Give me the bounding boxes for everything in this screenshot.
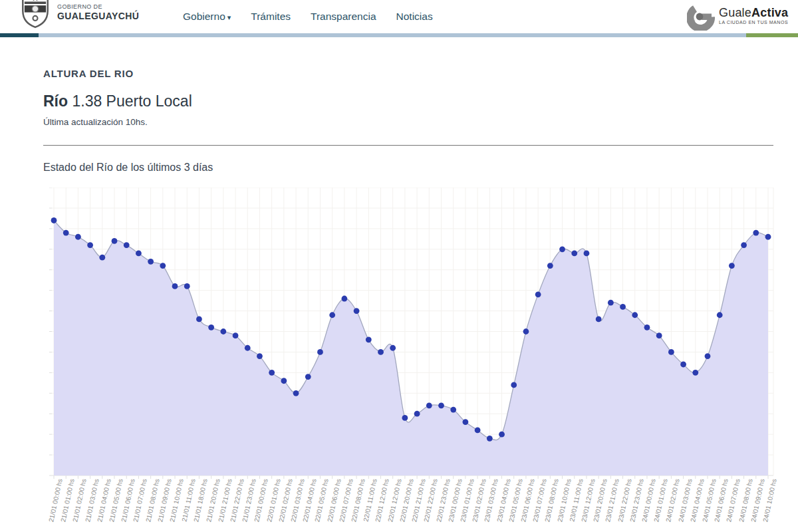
- data-point[interactable]: [245, 345, 251, 351]
- data-point[interactable]: [51, 217, 57, 223]
- data-point[interactable]: [717, 312, 723, 318]
- data-point[interactable]: [668, 349, 674, 355]
- data-point[interactable]: [208, 325, 214, 331]
- nav-item-noticias[interactable]: Noticias: [396, 11, 433, 23]
- data-point[interactable]: [87, 242, 93, 248]
- river-value: 1.38: [72, 92, 102, 110]
- data-point[interactable]: [729, 263, 735, 269]
- data-point[interactable]: [426, 402, 432, 408]
- gualeactiva-logo[interactable]: GualeActiva LA CIUDAD EN TUS MANOS: [687, 3, 788, 31]
- data-point[interactable]: [233, 332, 239, 338]
- river-reading: Río 1.38 Puerto Local: [43, 92, 192, 110]
- data-point[interactable]: [281, 378, 287, 384]
- accent-bar-segment: [39, 33, 746, 37]
- data-point[interactable]: [366, 336, 372, 342]
- section-divider: [43, 145, 773, 146]
- data-point[interactable]: [414, 411, 420, 417]
- nav-item-gobierno[interactable]: Gobierno▾: [183, 11, 231, 23]
- data-point[interactable]: [559, 246, 565, 252]
- data-point[interactable]: [305, 374, 311, 380]
- data-point[interactable]: [136, 251, 142, 257]
- data-point[interactable]: [547, 263, 553, 269]
- data-point[interactable]: [753, 230, 759, 236]
- data-point[interactable]: [741, 242, 747, 248]
- city-crest-logo-icon[interactable]: [19, 0, 52, 29]
- accent-bar-segment: [0, 33, 39, 37]
- logo-line-name: GUALEGUAYCHÚ: [57, 11, 139, 21]
- gualeactiva-tagline: LA CIUDAD EN TUS MANOS: [719, 20, 788, 25]
- data-point[interactable]: [99, 255, 105, 261]
- data-point[interactable]: [450, 407, 456, 413]
- river-location: Puerto Local: [106, 92, 192, 110]
- nav-item-transparencia[interactable]: Transparencia: [311, 11, 376, 23]
- chart-title: Estado del Río de los últimos 3 días: [43, 162, 213, 174]
- data-point[interactable]: [75, 234, 81, 240]
- data-point[interactable]: [329, 312, 335, 318]
- river-chart-canvas[interactable]: [49, 188, 781, 480]
- data-point[interactable]: [124, 242, 130, 248]
- data-point[interactable]: [535, 291, 541, 297]
- data-point[interactable]: [692, 370, 698, 376]
- data-point[interactable]: [487, 436, 493, 442]
- data-point[interactable]: [196, 317, 202, 323]
- city-logo-text[interactable]: GOBIERNO DE GUALEGUAYCHÚ: [57, 3, 139, 21]
- gualeactiva-text: GualeActiva LA CIUDAD EN TUS MANOS: [719, 3, 788, 25]
- chart-area-fill: [54, 220, 768, 475]
- data-point[interactable]: [402, 415, 408, 421]
- data-point[interactable]: [656, 332, 662, 338]
- data-point[interactable]: [390, 345, 396, 351]
- data-point[interactable]: [523, 329, 529, 334]
- data-point[interactable]: [269, 370, 275, 376]
- river-chart: 21/01 00:00 hs21/01 01:00 hs21/01 02:00 …: [49, 188, 781, 532]
- data-point[interactable]: [620, 304, 626, 310]
- data-point[interactable]: [644, 325, 650, 331]
- nav-item-tramites[interactable]: Trámites: [251, 11, 291, 23]
- data-point[interactable]: [184, 283, 190, 289]
- page-title: ALTURA DEL RIO: [43, 68, 134, 79]
- main-nav: Gobierno▾TrámitesTransparenciaNoticias: [183, 0, 433, 33]
- data-point[interactable]: [438, 402, 444, 408]
- data-point[interactable]: [341, 296, 347, 302]
- gualeactiva-g-icon: [687, 3, 715, 31]
- data-point[interactable]: [112, 238, 118, 244]
- data-point[interactable]: [63, 230, 69, 236]
- data-point[interactable]: [475, 428, 481, 434]
- data-point[interactable]: [293, 390, 299, 396]
- data-point[interactable]: [608, 300, 614, 306]
- data-point[interactable]: [148, 259, 154, 265]
- data-point[interactable]: [511, 382, 517, 388]
- data-point[interactable]: [765, 234, 771, 240]
- data-point[interactable]: [354, 308, 360, 314]
- data-point[interactable]: [378, 349, 384, 355]
- river-label: Río: [43, 92, 68, 110]
- accent-bar: [0, 33, 798, 37]
- data-point[interactable]: [584, 251, 590, 257]
- site-header: GOBIERNO DE GUALEGUAYCHÚ Gobierno▾Trámit…: [0, 0, 798, 33]
- data-point[interactable]: [257, 353, 263, 359]
- data-point[interactable]: [463, 419, 469, 425]
- data-point[interactable]: [220, 329, 226, 334]
- data-point[interactable]: [571, 251, 577, 257]
- data-point[interactable]: [499, 432, 505, 438]
- gualeguaychu-river-page: { "header": { "logo": { "top": "GOBIERNO…: [0, 0, 798, 532]
- data-point[interactable]: [705, 353, 711, 359]
- accent-bar-segment: [746, 33, 798, 37]
- data-point[interactable]: [160, 263, 166, 269]
- logo-line-top: GOBIERNO DE: [57, 3, 139, 10]
- last-update-text: Última actualización 10hs.: [43, 117, 148, 127]
- data-point[interactable]: [632, 312, 638, 318]
- chevron-down-icon: ▾: [227, 13, 231, 21]
- gualeactiva-name: GualeActiva: [719, 7, 788, 19]
- data-point[interactable]: [317, 349, 323, 355]
- data-point[interactable]: [596, 317, 602, 323]
- data-point[interactable]: [680, 362, 686, 368]
- data-point[interactable]: [172, 283, 178, 289]
